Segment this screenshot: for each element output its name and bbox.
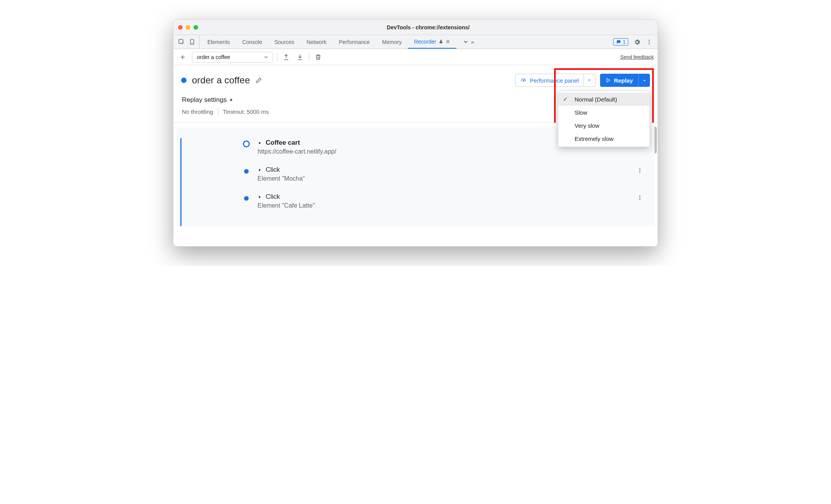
close-tab-icon[interactable]: ✕ <box>446 39 450 45</box>
devtools-window: DevTools - chrome://extensions/ Elements… <box>173 19 658 247</box>
check-icon: ✓ <box>563 96 570 103</box>
timeline-line <box>180 138 181 226</box>
devtools-tabs-row: Elements Console Sources Network Perform… <box>173 35 658 49</box>
step-item[interactable]: Click Element "Cafe Latte" <box>242 188 647 215</box>
replay-button[interactable]: Replay <box>600 74 638 87</box>
tab-label: Recorder <box>414 39 436 45</box>
svg-point-8 <box>523 80 524 81</box>
zoom-window-button[interactable] <box>193 25 198 30</box>
replay-speed-option-very-slow[interactable]: ✓ Very slow <box>558 119 650 132</box>
window-titlebar: DevTools - chrome://extensions/ <box>173 20 658 35</box>
svg-point-4 <box>649 41 650 42</box>
replay-speed-option-normal[interactable]: ✓ Normal (Default) <box>558 93 650 106</box>
chevron-down-icon <box>263 54 269 60</box>
inspect-element-icon[interactable] <box>178 39 185 46</box>
svg-point-5 <box>649 43 650 44</box>
toolbar-divider <box>309 53 309 61</box>
tab-memory[interactable]: Memory <box>376 35 408 49</box>
step-more-icon[interactable] <box>637 167 643 174</box>
timeline-node-icon <box>243 140 250 147</box>
timeline-node-icon <box>244 196 249 201</box>
option-label: Slow <box>575 109 587 116</box>
timeline-node-icon <box>244 169 249 174</box>
replay-speed-option-slow[interactable]: ✓ Slow <box>558 106 650 119</box>
issues-count: 1 <box>623 39 626 45</box>
window-title: DevTools - chrome://extensions/ <box>204 24 653 30</box>
recorder-toolbar: order a coffee Send feedback <box>173 49 658 65</box>
performance-panel-dropdown[interactable] <box>584 74 595 87</box>
tab-elements[interactable]: Elements <box>201 35 236 49</box>
recording-select-value: order a coffee <box>197 54 230 60</box>
import-icon[interactable] <box>295 52 305 62</box>
throttling-value: No throttling <box>182 108 213 115</box>
new-recording-icon[interactable] <box>177 54 188 60</box>
performance-panel-group: Performance panel <box>515 74 595 87</box>
window-traffic-lights <box>178 25 198 30</box>
toolbar-divider <box>277 53 277 61</box>
option-label: Extremely slow <box>575 135 614 142</box>
play-icon <box>605 78 611 83</box>
send-feedback-link[interactable]: Send feedback <box>620 54 654 60</box>
tab-sources[interactable]: Sources <box>268 35 300 49</box>
step-title: Coffee cart <box>266 139 300 147</box>
performance-panel-label: Performance panel <box>530 77 579 84</box>
tab-label: Elements <box>207 39 230 45</box>
recording-status-dot <box>181 78 187 83</box>
svg-point-14 <box>639 172 641 173</box>
svg-point-13 <box>639 170 641 171</box>
timeout-value: Timeout: 5000 ms <box>223 108 269 115</box>
performance-panel-button[interactable]: Performance panel <box>515 74 584 87</box>
devtools-tabs: Elements Console Sources Network Perform… <box>201 35 480 49</box>
replay-speed-menu: ✓ Normal (Default) ✓ Slow ✓ Very slow ✓ … <box>558 91 650 147</box>
step-subtitle: https://coffee-cart.netlify.app/ <box>258 148 631 155</box>
more-tabs-icon[interactable]: » <box>456 35 480 49</box>
delete-icon[interactable] <box>313 52 323 62</box>
tab-performance[interactable]: Performance <box>332 35 376 49</box>
step-subtitle: Element "Cafe Latte" <box>258 202 631 209</box>
tab-label: Performance <box>339 39 370 45</box>
svg-point-16 <box>639 197 641 198</box>
tab-console[interactable]: Console <box>236 35 268 49</box>
option-label: Normal (Default) <box>575 96 617 103</box>
replay-speed-dropdown[interactable] <box>638 74 650 87</box>
device-toolbar-icon[interactable] <box>189 39 195 45</box>
issues-badge[interactable]: 1 <box>613 38 628 46</box>
settings-title-label: Replay settings <box>182 96 227 104</box>
step-title: Click <box>266 166 280 174</box>
chevron-right-icon[interactable] <box>258 168 262 172</box>
header-actions: Performance panel Replay <box>515 74 650 87</box>
replay-label: Replay <box>614 77 633 84</box>
settings-icon[interactable] <box>634 39 641 46</box>
tab-label: Console <box>242 39 262 45</box>
recording-title: order a coffee <box>192 75 250 86</box>
replay-group: Replay ✓ Normal (Default) ✓ Slow <box>600 74 650 87</box>
export-icon[interactable] <box>281 52 291 62</box>
step-item[interactable]: Click Element "Mocha" <box>242 161 647 188</box>
step-subtitle: Element "Mocha" <box>258 175 631 182</box>
tab-network[interactable]: Network <box>300 35 332 49</box>
recording-select[interactable]: order a coffee <box>192 52 273 63</box>
more-menu-icon[interactable] <box>646 39 652 45</box>
svg-point-15 <box>639 195 641 196</box>
close-window-button[interactable] <box>178 25 183 30</box>
step-title: Click <box>266 193 280 201</box>
chevron-right-icon[interactable] <box>258 195 262 199</box>
tab-recorder[interactable]: Recorder ✕ <box>408 35 456 49</box>
minimize-window-button[interactable] <box>186 25 190 30</box>
chevron-right-icon[interactable] <box>258 141 262 145</box>
flask-icon <box>439 39 443 44</box>
gauge-icon <box>520 77 527 84</box>
step-more-icon[interactable] <box>637 194 643 201</box>
option-label: Very slow <box>575 122 599 129</box>
svg-point-12 <box>639 168 641 169</box>
edit-title-icon[interactable] <box>255 77 262 84</box>
chevron-right-icon <box>229 98 234 102</box>
tab-label: Network <box>307 39 326 45</box>
tab-label: Sources <box>275 39 294 45</box>
recording-header: order a coffee Performance panel <box>173 65 658 94</box>
settings-divider <box>218 108 218 115</box>
replay-speed-option-extremely-slow[interactable]: ✓ Extremely slow <box>558 132 650 145</box>
svg-point-3 <box>649 40 650 41</box>
svg-point-17 <box>639 199 641 200</box>
tab-label: Memory <box>382 39 402 45</box>
